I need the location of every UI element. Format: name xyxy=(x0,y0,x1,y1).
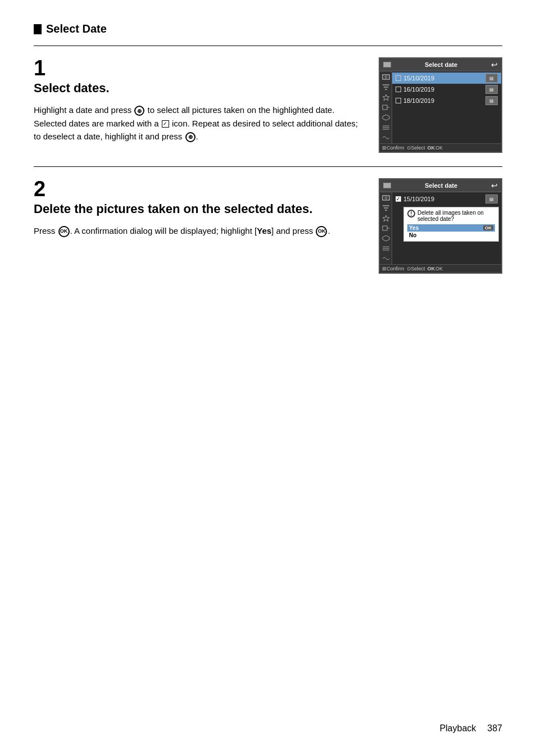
step-2-title: Delete the pictures taken on the selecte… xyxy=(34,202,362,216)
step-2-content-area: 15/10/2019 ▤ ! Delete all images taken o… xyxy=(392,192,501,264)
icon-camera xyxy=(381,73,390,81)
footer-playback-label: Playback xyxy=(439,723,476,734)
date-row-3: 18/10/2019 ▤ xyxy=(392,95,501,106)
section-header: Select Date xyxy=(34,22,502,35)
dialog-no: No xyxy=(407,232,495,239)
dialog-yes: Yes OK xyxy=(407,224,495,232)
svg-rect-0 xyxy=(383,75,389,79)
step-1-number: 1 xyxy=(34,57,362,79)
icon-list xyxy=(381,124,390,132)
footer-page-number: 387 xyxy=(487,723,502,734)
icon-tag xyxy=(381,103,390,111)
footer-confirm: ⊞Confirm xyxy=(382,145,405,151)
step-2: 2 Delete the pictures taken on the selec… xyxy=(34,166,502,287)
icon-list-2 xyxy=(381,245,390,252)
date-2: 16/10/2019 xyxy=(403,86,434,93)
icon-star xyxy=(381,93,390,101)
svg-point-1 xyxy=(385,76,387,78)
ok-button-icon: OK xyxy=(58,226,70,237)
svg-marker-2 xyxy=(383,94,389,101)
thumb-1: ▤ xyxy=(485,74,498,83)
page-footer: Playback 387 xyxy=(439,723,502,734)
screen-camera-icon xyxy=(383,62,391,67)
step-2-screen-header: Select date ↩ xyxy=(380,179,501,192)
sidebar-icons-2 xyxy=(380,192,392,264)
step-2-body: Press OK. A confirmation dialog will be … xyxy=(34,224,362,237)
step2-date-row: 15/10/2019 ▤ xyxy=(392,193,501,205)
icon-protect xyxy=(381,114,390,121)
step2-date: 15/10/2019 xyxy=(403,196,434,202)
icon-star-2 xyxy=(381,214,390,222)
joystick-icon-2: ⊕ xyxy=(185,132,196,142)
footer-select: ⊙Select xyxy=(407,145,425,151)
step2-thumb: ▤ xyxy=(485,194,498,203)
warning-icon: ! xyxy=(407,210,415,218)
checkbox-1 xyxy=(396,75,401,81)
sidebar-icons-1 xyxy=(380,71,392,143)
svg-marker-9 xyxy=(383,215,389,221)
step-1-content: 1 Select dates. Highlight a date and pre… xyxy=(34,57,362,143)
date-row-1: 15/10/2019 ▤ xyxy=(392,73,501,84)
icon-filter-2 xyxy=(381,204,390,212)
icon-camera-2 xyxy=(381,194,390,202)
joystick-icon: ⊕ xyxy=(134,106,144,116)
step-2-number: 2 xyxy=(34,178,362,200)
no-label: No xyxy=(409,232,416,238)
icon-filter xyxy=(381,83,390,91)
step-1-body: Highlight a date and press ⊕ to select a… xyxy=(34,103,362,143)
svg-point-8 xyxy=(385,197,387,199)
svg-rect-3 xyxy=(383,105,387,110)
dialog-warning: ! Delete all images taken on selected da… xyxy=(407,210,495,222)
step2-checkbox xyxy=(396,196,401,202)
svg-rect-10 xyxy=(383,226,387,230)
section-title: Select Date xyxy=(46,22,107,35)
step-1-dates: 15/10/2019 ▤ 16/10/2019 ▤ 18/10/2019 ▤ xyxy=(392,71,501,143)
step-2-content: 2 Delete the pictures taken on the selec… xyxy=(34,178,362,238)
step-1: 1 Select dates. Highlight a date and pre… xyxy=(34,46,502,166)
back-icon-2: ↩ xyxy=(491,181,498,190)
footer-confirm-2: ⊞Confirm xyxy=(382,266,405,271)
step-1-title: Select dates. xyxy=(34,81,362,96)
date-3: 18/10/2019 xyxy=(403,97,434,104)
checkbox-2 xyxy=(396,87,401,92)
icon-protect-2 xyxy=(381,234,390,242)
step-2-screen: Select date ↩ xyxy=(379,178,502,274)
step-1-screen-footer: ⊞Confirm ⊙Select OKOK xyxy=(380,143,501,152)
thumb-3: ▤ xyxy=(485,96,498,105)
dialog-message: Delete all images taken on selected date… xyxy=(417,210,495,222)
step-1-screen: Select date ↩ xyxy=(379,57,502,153)
screen-camera-icon-2 xyxy=(383,183,391,188)
footer-ok: OKOK xyxy=(428,145,443,151)
yes-text: Yes xyxy=(257,226,271,236)
step-2-screen-body: 15/10/2019 ▤ ! Delete all images taken o… xyxy=(380,192,501,264)
yes-label: Yes xyxy=(409,225,419,231)
ok-badge: OK xyxy=(483,225,493,230)
date-1: 15/10/2019 xyxy=(403,75,434,82)
screen-title-1: Select date xyxy=(425,61,457,68)
step-2-screen-footer: ⊞Confirm ⊙Select OKOK xyxy=(380,264,501,273)
checkbox-icon xyxy=(162,120,169,128)
back-icon: ↩ xyxy=(491,60,498,69)
checkbox-3 xyxy=(396,98,401,103)
step2-dialog: ! Delete all images taken on selected da… xyxy=(403,207,499,242)
thumb-2: ▤ xyxy=(485,85,498,94)
icon-wave-2 xyxy=(381,255,390,262)
step-1-screen-header: Select date ↩ xyxy=(380,58,501,71)
svg-rect-7 xyxy=(383,196,389,200)
date-row-2: 16/10/2019 ▤ xyxy=(392,84,501,95)
footer-select-2: ⊙Select xyxy=(407,266,425,271)
ok-button-icon-2: OK xyxy=(316,226,327,237)
icon-tag-2 xyxy=(381,224,390,232)
screen-title-2: Select date xyxy=(425,182,457,189)
icon-wave xyxy=(381,134,390,142)
section-icon xyxy=(34,24,42,34)
step-1-screen-body: 15/10/2019 ▤ 16/10/2019 ▤ 18/10/2019 ▤ xyxy=(380,71,501,143)
footer-ok-2: OKOK xyxy=(428,266,443,271)
